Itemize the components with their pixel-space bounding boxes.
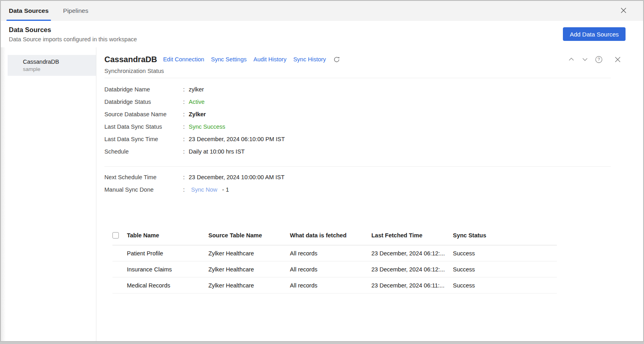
help-icon[interactable]: ? [595, 55, 603, 64]
table-row[interactable]: Patient ProfileZylker HealthcareAll reco… [112, 245, 557, 261]
link-edit-connection[interactable]: Edit Connection [163, 56, 204, 63]
field-colon: : [183, 136, 189, 142]
table-cell-sync-status: Success [453, 250, 557, 257]
field-colon: : [183, 174, 189, 180]
field-label: Next Schedule Time [104, 174, 183, 180]
sync-now-link[interactable]: Sync Now [191, 186, 217, 193]
field-label: Last Data Sync Status [104, 123, 183, 130]
chevron-down-icon[interactable] [581, 55, 589, 63]
page-header: Data Sources Data Source imports configu… [1, 21, 643, 47]
field-value: zylker [189, 86, 204, 93]
link-sync-history[interactable]: Sync History [293, 56, 326, 63]
sidebar-item-cassandradb[interactable]: CassandraDBsample [8, 55, 96, 76]
field-colon: : [183, 148, 189, 155]
table-body: Patient ProfileZylker HealthcareAll reco… [112, 245, 557, 293]
column-header-last-fetched-time: Last Fetched Time [371, 232, 453, 239]
header-checkbox-cell [112, 232, 127, 239]
column-header-what-data-is-fetched: What data is fetched [290, 232, 371, 239]
content-area: CassandraDBsample CassandraDB Edit Conne… [1, 47, 643, 341]
table-header-row: Table NameSource Table NameWhat data is … [112, 225, 557, 245]
table-cell-last-fetched-time: 23 December, 2024 06:11:... [371, 282, 453, 289]
section-label: Synchronization Status [104, 68, 643, 74]
field-label: Manual Sync Done [104, 186, 183, 193]
table-cell-source-table-name: Zylker Healthcare [208, 266, 290, 273]
field-label: Databridge Name [104, 86, 183, 93]
field-row: Source Database Name:Zylker [104, 108, 643, 120]
field-suffix: - 1 [222, 186, 229, 193]
field-label: Last Data Sync Time [104, 136, 183, 142]
column-header-sync-status: Sync Status [453, 232, 557, 239]
link-sync-settings[interactable]: Sync Settings [211, 56, 247, 63]
schedule-fields: Next Schedule Time:23 December, 2024 10:… [104, 171, 643, 196]
field-label: Schedule [104, 148, 183, 155]
dialog-close-icon[interactable] [619, 6, 628, 15]
chevron-up-icon[interactable] [567, 55, 575, 63]
sidebar-item-subtitle: sample [23, 66, 96, 72]
table-cell-last-fetched-time: 23 December, 2024 06:12:... [371, 266, 453, 273]
field-value: Active [189, 99, 205, 105]
table-cell-last-fetched-time: 23 December, 2024 06:12:... [371, 250, 453, 257]
field-row: Last Data Sync Time:23 December, 2024 06… [104, 133, 643, 145]
table-cell-what-data-is-fetched: All records [290, 266, 371, 273]
panel-close-icon[interactable] [613, 55, 622, 64]
field-colon: : [183, 99, 189, 105]
field-label: Source Database Name [104, 111, 183, 117]
page-subtitle: Data Source imports configured in this w… [9, 36, 137, 42]
field-row: Last Data Sync Status:Sync Success [104, 120, 643, 133]
svg-text:?: ? [598, 57, 600, 62]
field-value: 23 December, 2024 06:10:00 PM IST [189, 136, 285, 142]
field-colon: : [183, 111, 189, 117]
tab-data-sources[interactable]: Data Sources [6, 1, 51, 21]
table-cell-what-data-is-fetched: All records [290, 250, 371, 257]
table-cell-table-name: Medical Records [127, 282, 208, 289]
field-value: Sync Success [189, 123, 225, 130]
detail-header: CassandraDB Edit ConnectionSync Settings… [104, 53, 643, 66]
field-row: Schedule:Daily at 10:00 hrs IST [104, 145, 643, 158]
field-row: Databridge Status:Active [104, 95, 643, 108]
refresh-icon[interactable] [333, 56, 340, 63]
page-title: Data Sources [9, 26, 137, 34]
tab-bar-tabs: Data SourcesPipelines [6, 1, 100, 21]
field-row: Manual Sync Done:Sync Now- 1 [104, 183, 643, 196]
table-cell-source-table-name: Zylker Healthcare [208, 282, 290, 289]
column-header-table-name: Table Name [127, 232, 208, 239]
field-colon: : [183, 86, 189, 93]
tab-pipelines[interactable]: Pipelines [61, 1, 91, 21]
data-source-detail-panel: CassandraDB Edit ConnectionSync Settings… [96, 47, 643, 341]
table-cell-source-table-name: Zylker Healthcare [208, 250, 290, 257]
field-colon: : [183, 123, 189, 130]
sync-status-fields: Databridge Name:zylkerDatabridge Status:… [104, 83, 643, 158]
table-row[interactable]: Medical RecordsZylker HealthcareAll reco… [112, 277, 557, 293]
field-value: Daily at 10:00 hrs IST [189, 148, 245, 155]
data-source-list-sidebar: CassandraDBsample [1, 47, 96, 341]
field-colon: : [183, 186, 189, 193]
table-cell-what-data-is-fetched: All records [290, 282, 371, 289]
select-all-checkbox[interactable] [112, 232, 119, 239]
action-links: Edit ConnectionSync SettingsAudit Histor… [163, 56, 326, 63]
field-label: Databridge Status [104, 99, 183, 105]
panel-controls: ? [567, 55, 622, 64]
field-row: Next Schedule Time:23 December, 2024 10:… [104, 171, 643, 183]
add-data-sources-button[interactable]: Add Data Sources [563, 27, 626, 41]
link-audit-history[interactable]: Audit History [253, 56, 286, 63]
table-cell-sync-status: Success [453, 282, 557, 289]
field-value: 23 December, 2024 10:00:00 AM IST [189, 174, 285, 180]
tables-sync-table: Table NameSource Table NameWhat data is … [112, 225, 557, 293]
tab-bar: Data SourcesPipelines [1, 1, 643, 21]
data-sources-dialog: Data SourcesPipelines Data Sources Data … [0, 0, 644, 342]
field-row: Databridge Name:zylker [104, 83, 643, 95]
column-header-source-table-name: Source Table Name [208, 232, 290, 239]
field-value: Zylker [189, 111, 206, 117]
divider [104, 166, 611, 167]
table-cell-table-name: Insurance Claims [127, 266, 208, 273]
table-row[interactable]: Insurance ClaimsZylker HealthcareAll rec… [112, 261, 557, 277]
table-cell-table-name: Patient Profile [127, 250, 208, 257]
data-source-title: CassandraDB [104, 55, 157, 64]
sidebar-item-name: CassandraDB [23, 59, 96, 65]
divider [104, 78, 611, 78]
table-cell-sync-status: Success [453, 266, 557, 273]
